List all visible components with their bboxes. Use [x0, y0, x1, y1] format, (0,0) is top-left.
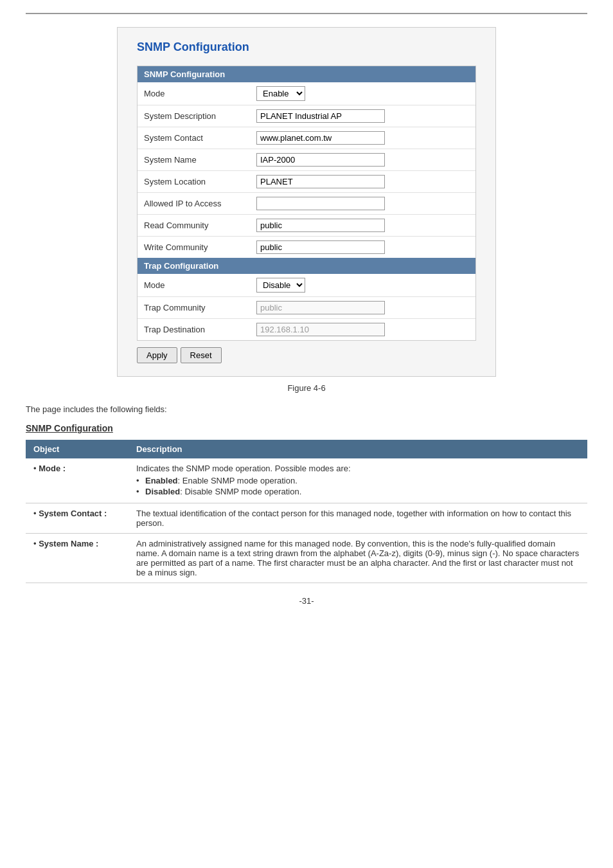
bullet-icon: •: [33, 539, 39, 548]
snmp-config-box: SNMP Configuration SNMP Configuration Mo…: [117, 27, 496, 377]
col-header-description: Description: [129, 440, 587, 458]
allowed-ip-input[interactable]: [256, 197, 385, 210]
field-value-system-description: [253, 105, 475, 127]
table-row: System Location: [138, 171, 475, 193]
write-community-input[interactable]: [256, 240, 385, 254]
table-row: • System Name : An administratively assi…: [26, 534, 587, 583]
object-label-system-contact: System Contact :: [39, 509, 107, 518]
desc-cell-system-name: An administratively assigned name for th…: [129, 534, 587, 583]
description-table: Object Description • Mode : Indicates th…: [26, 440, 587, 583]
table-row: • System Contact : The textual identific…: [26, 503, 587, 534]
read-community-input[interactable]: [256, 219, 385, 232]
trap-form-table: Mode Enable Disable Trap Community: [138, 274, 475, 340]
field-label-read-community: Read Community: [138, 215, 253, 237]
field-value-write-community: [253, 237, 475, 258]
figure-caption: Figure 4-6: [26, 383, 587, 393]
system-location-input[interactable]: [256, 175, 385, 188]
field-value-trap-destination: [253, 319, 475, 341]
field-label-write-community: Write Community: [138, 237, 253, 258]
desc-text-system-contact: The textual identification of the contac…: [136, 509, 571, 528]
snmp-section-header: SNMP Configuration: [138, 66, 475, 82]
object-cell-mode: • Mode :: [26, 458, 129, 503]
col-header-object: Object: [26, 440, 129, 458]
field-label-system-location: System Location: [138, 171, 253, 193]
top-divider: [26, 13, 587, 14]
field-label-trap-community: Trap Community: [138, 297, 253, 319]
table-row: System Contact: [138, 127, 475, 149]
list-item: Disabled: Disable SNMP mode operation.: [136, 487, 580, 496]
body-text: The page includes the following fields:: [26, 404, 587, 414]
table-row: • Mode : Indicates the SNMP mode operati…: [26, 458, 587, 503]
page-container: SNMP Configuration SNMP Configuration Mo…: [0, 0, 613, 619]
desc-text-mode: Indicates the SNMP mode operation. Possi…: [136, 464, 351, 473]
system-name-input[interactable]: [256, 153, 385, 167]
field-label-system-name: System Name: [138, 149, 253, 171]
table-row: Trap Destination: [138, 319, 475, 341]
field-label-trap-mode: Mode: [138, 274, 253, 297]
desc-text-system-name: An administratively assigned name for th…: [136, 539, 579, 577]
field-value-mode: Enable Disable: [253, 82, 475, 105]
table-row: Allowed IP to Access: [138, 193, 475, 215]
object-cell-system-name: • System Name :: [26, 534, 129, 583]
list-item: Enabled: Enable SNMP mode operation.: [136, 476, 580, 485]
page-number: -31-: [26, 596, 587, 606]
system-contact-input[interactable]: [256, 131, 385, 145]
snmp-box-title: SNMP Configuration: [137, 41, 476, 54]
field-value-trap-mode: Enable Disable: [253, 274, 475, 297]
desc-cell-system-contact: The textual identification of the contac…: [129, 503, 587, 534]
bullet-icon: •: [33, 464, 39, 473]
trap-community-input[interactable]: [256, 301, 385, 314]
enabled-label: Enabled: [145, 476, 178, 485]
field-label-system-description: System Description: [138, 105, 253, 127]
object-cell-system-contact: • System Contact :: [26, 503, 129, 534]
field-value-read-community: [253, 215, 475, 237]
bullet-icon: •: [33, 509, 39, 518]
table-row: Read Community: [138, 215, 475, 237]
button-row: Apply Reset: [137, 347, 476, 363]
mode-bullet-list: Enabled: Enable SNMP mode operation. Dis…: [136, 476, 580, 496]
disabled-label: Disabled: [145, 487, 180, 496]
field-value-system-name: [253, 149, 475, 171]
table-row: Write Community: [138, 237, 475, 258]
field-label-mode: Mode: [138, 82, 253, 105]
trap-mode-select[interactable]: Enable Disable: [256, 278, 305, 293]
field-value-allowed-ip: [253, 193, 475, 215]
table-row: Mode Enable Disable: [138, 274, 475, 297]
system-description-input[interactable]: [256, 109, 385, 123]
object-label-system-name: System Name :: [39, 539, 98, 548]
field-value-system-location: [253, 171, 475, 193]
field-label-system-contact: System Contact: [138, 127, 253, 149]
table-row: System Description: [138, 105, 475, 127]
field-value-trap-community: [253, 297, 475, 319]
field-value-system-contact: [253, 127, 475, 149]
mode-select[interactable]: Enable Disable: [256, 86, 305, 101]
field-label-trap-destination: Trap Destination: [138, 319, 253, 341]
table-header-row: Object Description: [26, 440, 587, 458]
reset-button[interactable]: Reset: [181, 347, 222, 363]
table-row: Mode Enable Disable: [138, 82, 475, 105]
section-heading: SNMP Configuration: [26, 423, 587, 433]
desc-cell-mode: Indicates the SNMP mode operation. Possi…: [129, 458, 587, 503]
table-row: Trap Community: [138, 297, 475, 319]
trap-section-header: Trap Configuration: [138, 258, 475, 274]
snmp-form-table: Mode Enable Disable System Description: [138, 82, 475, 258]
table-row: System Name: [138, 149, 475, 171]
snmp-inner: SNMP Configuration Mode Enable Disable: [137, 66, 476, 341]
object-label-mode: Mode :: [39, 464, 66, 473]
apply-button[interactable]: Apply: [137, 347, 177, 363]
trap-destination-input[interactable]: [256, 323, 385, 336]
field-label-allowed-ip: Allowed IP to Access: [138, 193, 253, 215]
